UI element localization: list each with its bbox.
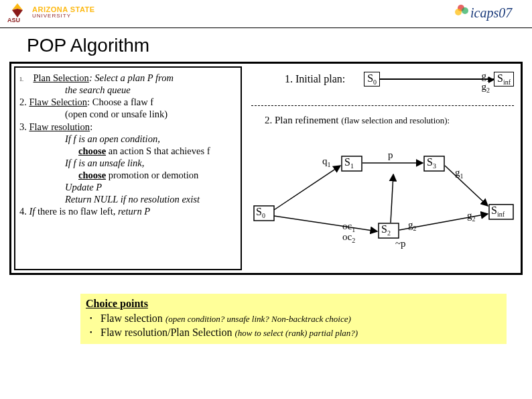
step2-line2: (open cond or unsafe link) [19,108,237,120]
arrow-icon [380,78,494,80]
choice-b1b: (open condition? unsafe link? Non-backtr… [165,314,351,324]
choice-b1a: Flaw selection [101,312,165,324]
refine-label: 2. Plan refinement (flaw selection and r… [265,115,450,126]
asu-logo: ASU ARIZONA STATE UNIVERSITY [5,0,95,24]
g1-text: g [482,70,487,81]
step3-choose1: choose an action S that achieves f [19,145,237,157]
algo-step3: 3. Flaw resolution: If f is an open cond… [19,121,237,206]
initial-plan-row: 1. Initial plan: S0 g1 g2 Sinf [285,72,514,87]
choice-points-box: Choice points Flaw selection (open condi… [80,294,507,344]
choice-b2b: (how to select (rank) partial plan?) [235,328,358,338]
asu-text-line1: ARIZONA STATE [32,6,95,13]
algo-step1: 1. Plan Selection: Select a plan P from … [19,72,237,96]
step2-label: Flaw Selection [29,97,88,107]
algorithm-panel: 1. Plan Selection: Select a plan P from … [14,66,242,270]
svg-line-13 [274,216,377,231]
main-box: 1. Plan Selection: Select a plan P from … [9,62,523,275]
svg-line-15 [391,174,393,223]
label-q1: q1 [322,156,331,168]
choice-title: Choice points [86,296,148,311]
s0-sub: 0 [373,78,377,86]
label-p: p [388,150,393,161]
step3-update: Update P [19,181,237,193]
step3-choose2: choose promotion or demotion [19,169,237,181]
asu-shield-icon: ASU [5,0,29,24]
dashed-separator [251,105,514,106]
node-s0: S0 [364,72,380,87]
step4-return: return P [118,206,150,217]
initial-label: 1. Initial plan: [285,73,345,85]
step3-choose1b: an action S that achieves f [106,146,210,156]
label-g2-mid: g2 [408,219,417,232]
choice-b2a: Flaw resolution/Plan Selection [101,327,235,338]
step1-label: Plan Selection [34,72,89,83]
step3-prefix: 3. [19,121,29,132]
sinf-sub: inf [503,78,511,86]
step4-mid: there is no flaw left, [35,206,118,217]
svg-text:ASU: ASU [7,17,20,23]
svg-line-10 [274,166,340,210]
s0-text: S [367,72,373,84]
g2-sub: 2 [486,87,490,94]
sinf-text: S [497,72,503,84]
step3-return: Return NULL if no resolution exist [19,193,237,205]
node-s2-label: S2 [381,223,391,237]
step2-prefix: 2. [19,97,29,107]
choice-bullet-1: Flaw selection (open condition? unsafe l… [86,311,501,326]
algo-step4: 4. If there is no flaw left, return P [19,205,237,217]
asu-text-line2: UNIVERSITY [32,13,95,19]
diagram-svg [245,137,519,268]
step3-colon: : [90,121,92,132]
label-g1-lower: g1 [455,167,464,180]
step4-prefix: 4. [19,206,29,217]
svg-line-12 [445,166,488,206]
step3-if1: If f is an open condition, [19,133,237,145]
node-s0-label: S0 [256,206,265,219]
label-oc2: oc2 [342,231,355,244]
label-g2-right: g2 [467,210,476,223]
page-title: POP Algorithm [0,28,532,62]
step3-label: Flaw resolution [29,121,90,132]
algo-step2: 2. Flaw Selection: Choose a flaw f (open… [19,96,237,120]
svg-point-3 [455,9,462,15]
node-sinf-label: Sinf [491,205,505,218]
step1-num: 1. [19,76,23,82]
step2-rest: : Choose a flaw f [87,97,153,107]
label-g2: g2 [482,81,490,94]
header: ASU ARIZONA STATE UNIVERSITY icaps07 [0,0,532,28]
label-notp: ~p [395,238,406,249]
step3-if2: If f is an unsafe link, [19,157,237,169]
step3-choose2b: promotion or demotion [106,170,198,180]
node-s1-label: S1 [344,156,354,170]
step1-rest: : Select a plan P from [89,72,174,83]
step3-choose2a: choose [78,170,106,180]
step3-choose1a: choose [78,146,106,156]
step1-line2: the search queue [19,84,237,96]
diagram-panel: 1. Initial plan: S0 g1 g2 Sinf 2. Plan r… [245,64,521,273]
svg-text:icaps07: icaps07 [470,5,513,21]
icaps-logo: icaps07 [452,1,525,29]
refine-prefix: 2. Plan refinement [265,115,341,125]
refinement-diagram: S0 S1 S3 S2 Sinf q1 p g1 oc1 oc2 g2 g2 ~… [245,137,521,273]
node-s3-label: S3 [427,156,436,170]
choice-bullet-2: Flaw resolution/Plan Selection (how to s… [86,325,501,340]
node-sinf: Sinf [494,72,514,87]
asu-text: ARIZONA STATE UNIVERSITY [32,6,95,19]
svg-point-2 [462,7,468,14]
refine-suffix: (flaw selection and resolution): [341,115,450,125]
g2-text: g [482,81,487,92]
